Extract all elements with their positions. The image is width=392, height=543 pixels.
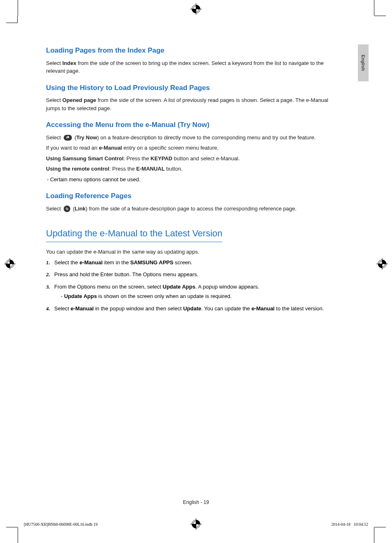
para-update-intro: You can update the e-Manual in the same …: [46, 248, 342, 256]
update-steps-list: 1. Select the e-Manual item in the SAMSU…: [46, 259, 342, 313]
step-1: 1. Select the e-Manual item in the SAMSU…: [46, 259, 342, 267]
para-trynow: Select (Try Now) on a feature-descriptio…: [46, 134, 342, 142]
registration-mark-top: [190, 3, 202, 15]
para-remote-control: Using the remote control: Press the E-MA…: [46, 165, 342, 173]
step-3-note: Update Apps is shown on the screen only …: [66, 292, 342, 300]
heading-history: Using the History to Load Previously Rea…: [46, 83, 342, 93]
step-2: 2. Press and hold the Enter button. The …: [46, 270, 342, 279]
step-3: 3. From the Options menu on the screen, …: [46, 283, 342, 300]
para-emanual-entry: If you want to read an e-Manual entry on…: [46, 144, 342, 152]
para-index: Select Index from the side of the screen…: [46, 59, 342, 75]
heading-accessing-menu: Accessing the Menu from the e-Manual (Tr…: [46, 120, 342, 130]
footer-page-number: English - 19: [0, 499, 392, 505]
footer-timestamp: 2014-04-18 10:04:52: [331, 522, 368, 527]
step-4: 4. Select e-Manual in the popup window a…: [46, 305, 342, 313]
heading-index-page: Loading Pages from the Index Page: [46, 45, 342, 56]
page-content: Loading Pages from the Index Page Select…: [46, 45, 342, 317]
language-tab: English: [358, 44, 369, 81]
footer-file-name: [HU7500-XH]BN68-06098E-00L16.indb 19: [24, 522, 97, 527]
registration-mark-right: [376, 258, 388, 270]
note-certain-options: Certain menu options cannot be used.: [52, 176, 342, 184]
link-icon: [64, 206, 70, 212]
para-link: Select (Link) from the side of a feature…: [46, 205, 342, 213]
para-smart-control: Using Samsung Smart Control: Press the K…: [46, 155, 342, 163]
para-history: Select Opened page from the side of the …: [46, 96, 342, 112]
heading-reference-pages: Loading Reference Pages: [46, 191, 342, 201]
registration-mark-left: [4, 258, 16, 270]
try-now-icon: [64, 135, 72, 141]
registration-mark-bottom: [190, 518, 202, 530]
language-tab-label: English: [361, 55, 366, 71]
heading-updating: Updating the e-Manual to the Latest Vers…: [46, 226, 222, 242]
